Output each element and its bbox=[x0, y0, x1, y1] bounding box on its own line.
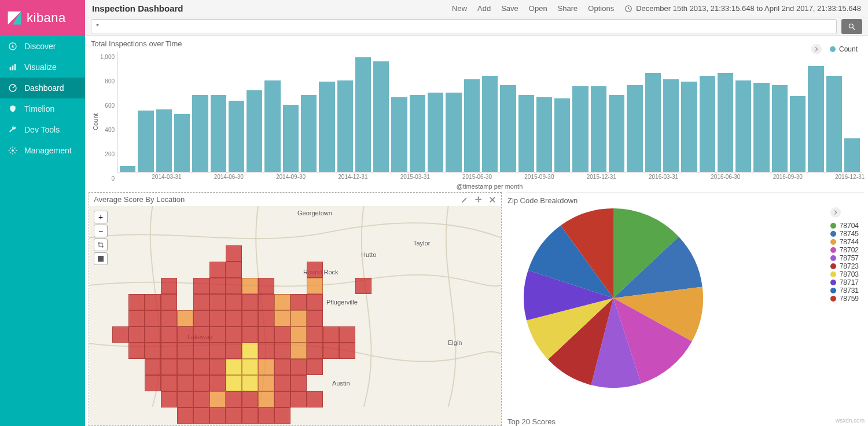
topbar-add[interactable]: Add bbox=[477, 4, 491, 13]
bar[interactable] bbox=[355, 57, 371, 172]
map-canvas[interactable]: + − Georgetown Round Rock Pflugerville H… bbox=[89, 206, 501, 425]
bar[interactable] bbox=[772, 85, 788, 172]
sidebar-item-timelion[interactable]: Timelion bbox=[0, 98, 85, 119]
sidebar-item-dashboard[interactable]: Dashboard bbox=[0, 78, 85, 98]
bar[interactable] bbox=[301, 95, 317, 172]
bar[interactable] bbox=[500, 85, 516, 172]
bar[interactable] bbox=[482, 76, 498, 172]
legend-item[interactable]: 78745 bbox=[830, 230, 859, 238]
fit-bounds-button[interactable] bbox=[94, 238, 108, 251]
legend-item[interactable]: 78703 bbox=[830, 270, 859, 278]
box-select-button[interactable] bbox=[94, 252, 108, 265]
bar[interactable] bbox=[627, 85, 642, 172]
content: Total Inspections over Time Count Count … bbox=[85, 36, 868, 426]
bar[interactable] bbox=[156, 109, 172, 172]
legend-item[interactable]: 78731 bbox=[830, 287, 859, 295]
bar[interactable] bbox=[373, 61, 389, 172]
bar[interactable] bbox=[572, 86, 588, 172]
time-picker[interactable]: December 15th 2013, 21:33:15.648 to Apri… bbox=[624, 4, 861, 13]
sidebar-item-label: Timelion bbox=[24, 104, 54, 113]
legend-item[interactable]: 78717 bbox=[830, 278, 859, 287]
bar[interactable] bbox=[211, 95, 226, 172]
bar[interactable] bbox=[808, 66, 823, 172]
search-input[interactable] bbox=[91, 19, 837, 34]
legend-swatch bbox=[830, 255, 836, 261]
pie-chart[interactable] bbox=[524, 208, 703, 388]
bar[interactable] bbox=[609, 95, 624, 172]
topbar-save[interactable]: Save bbox=[501, 4, 518, 13]
legend-label: 78704 bbox=[840, 222, 859, 230]
sidebar-item-discover[interactable]: Discover bbox=[0, 36, 85, 57]
bar[interactable] bbox=[826, 76, 842, 172]
legend-item[interactable]: Count bbox=[830, 45, 858, 53]
y-axis-ticks: 1,000 800 600 400 200 0 bbox=[100, 52, 117, 192]
legend-item[interactable]: 78759 bbox=[830, 295, 859, 303]
panel-zip-breakdown: Zip Code Breakdown 787047874578744787027… bbox=[506, 192, 865, 426]
bar[interactable] bbox=[120, 166, 135, 172]
topbar: Inspection Dashboard New Add Save Open S… bbox=[85, 0, 868, 17]
move-icon[interactable] bbox=[475, 196, 483, 204]
legend-item[interactable]: 78702 bbox=[830, 246, 859, 254]
legend-item[interactable]: 78744 bbox=[830, 238, 859, 246]
wrench-icon bbox=[8, 125, 17, 134]
topbar-new[interactable]: New bbox=[452, 4, 467, 13]
topbar-open[interactable]: Open bbox=[529, 4, 547, 13]
bar[interactable] bbox=[591, 86, 606, 172]
pie-legend: 7870478745787447870278757787237870378717… bbox=[830, 207, 859, 303]
close-icon[interactable] bbox=[488, 196, 496, 204]
sidebar-item-label: Management bbox=[24, 146, 72, 155]
chevron-right-icon bbox=[814, 46, 819, 52]
bar[interactable] bbox=[410, 95, 425, 172]
pencil-icon[interactable] bbox=[461, 196, 469, 204]
bar[interactable] bbox=[138, 111, 153, 172]
bar[interactable] bbox=[518, 95, 534, 172]
bar[interactable] bbox=[464, 79, 480, 172]
bar[interactable] bbox=[645, 73, 661, 172]
topbar-options[interactable]: Options bbox=[588, 4, 614, 13]
sidebar-item-visualize[interactable]: Visualize bbox=[0, 57, 85, 78]
bar[interactable] bbox=[428, 93, 443, 172]
legend-item[interactable]: 78723 bbox=[830, 262, 859, 270]
legend-swatch bbox=[830, 231, 836, 237]
bar[interactable] bbox=[718, 73, 733, 172]
zoom-out-button[interactable]: − bbox=[94, 225, 108, 237]
bar[interactable] bbox=[735, 80, 751, 172]
page-title: Inspection Dashboard bbox=[92, 3, 183, 13]
bar[interactable] bbox=[681, 82, 697, 172]
bar[interactable] bbox=[663, 79, 679, 172]
legend-swatch bbox=[830, 46, 836, 52]
bar[interactable] bbox=[247, 90, 262, 172]
bar[interactable] bbox=[753, 83, 769, 172]
bar[interactable] bbox=[264, 80, 280, 172]
bar[interactable] bbox=[790, 96, 806, 172]
bar[interactable] bbox=[554, 98, 570, 172]
bar[interactable] bbox=[319, 82, 334, 172]
bar[interactable] bbox=[337, 80, 353, 172]
zoom-in-button[interactable]: + bbox=[94, 211, 108, 223]
legend-item[interactable]: 78704 bbox=[830, 222, 859, 230]
topbar-share[interactable]: Share bbox=[558, 4, 578, 13]
panel-title: Average Score By Location bbox=[94, 195, 185, 204]
bar[interactable] bbox=[174, 114, 190, 172]
svg-rect-4 bbox=[12, 65, 14, 70]
bar[interactable] bbox=[446, 93, 461, 172]
sidebar-item-management[interactable]: Management bbox=[0, 140, 85, 161]
bar-chart-area[interactable] bbox=[117, 52, 862, 172]
panel-avg-score-location: Average Score By Location bbox=[89, 192, 502, 426]
bar[interactable] bbox=[391, 97, 407, 172]
bar[interactable] bbox=[192, 95, 208, 172]
legend-swatch bbox=[830, 239, 836, 245]
legend-collapse-button[interactable] bbox=[830, 207, 841, 218]
bar[interactable] bbox=[700, 76, 715, 172]
legend-item[interactable]: 78757 bbox=[830, 254, 859, 262]
legend-label: 78723 bbox=[840, 262, 859, 270]
y-axis-label: Count bbox=[91, 52, 100, 192]
bar[interactable] bbox=[844, 138, 860, 172]
legend-label: 78759 bbox=[840, 295, 859, 303]
bar[interactable] bbox=[229, 101, 244, 172]
sidebar-item-devtools[interactable]: Dev Tools bbox=[0, 119, 85, 140]
bar[interactable] bbox=[283, 105, 299, 172]
bar[interactable] bbox=[536, 97, 552, 172]
search-button[interactable] bbox=[841, 19, 862, 34]
legend-collapse-button[interactable] bbox=[811, 44, 822, 54]
